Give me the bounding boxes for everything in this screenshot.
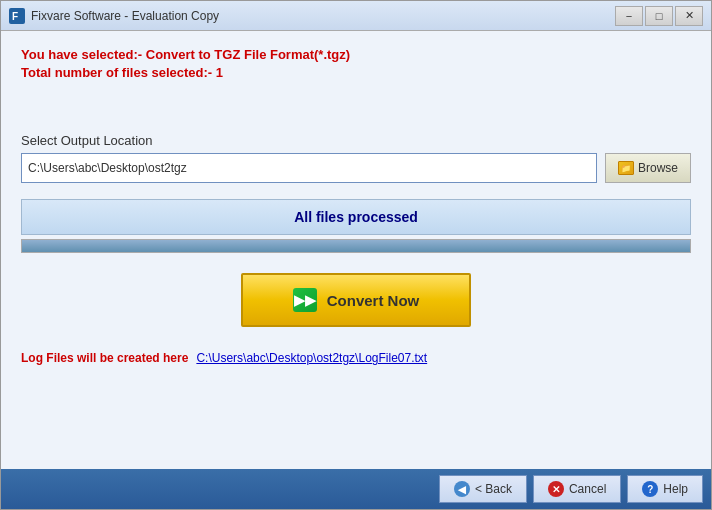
back-button[interactable]: ◀ < Back bbox=[439, 475, 527, 503]
title-bar: F Fixvare Software - Evaluation Copy − □… bbox=[1, 1, 711, 31]
window-title: Fixvare Software - Evaluation Copy bbox=[31, 9, 615, 23]
convert-arrow-icon: ▶▶ bbox=[293, 288, 317, 312]
log-file-link[interactable]: C:\Users\abc\Desktop\ost2tgz\LogFile07.t… bbox=[196, 351, 427, 365]
progress-bar-container bbox=[21, 239, 691, 253]
status-text: All files processed bbox=[294, 209, 418, 225]
help-label: Help bbox=[663, 482, 688, 496]
main-content: You have selected:- Convert to TGZ File … bbox=[1, 31, 711, 469]
window-controls: − □ ✕ bbox=[615, 6, 703, 26]
cancel-icon: ✕ bbox=[548, 481, 564, 497]
convert-button-label: Convert Now bbox=[327, 292, 420, 309]
app-icon: F bbox=[9, 8, 25, 24]
folder-icon: 📁 bbox=[618, 161, 634, 175]
main-window: F Fixvare Software - Evaluation Copy − □… bbox=[0, 0, 712, 510]
back-label: < Back bbox=[475, 482, 512, 496]
output-location-label: Select Output Location bbox=[21, 133, 691, 148]
minimize-button[interactable]: − bbox=[615, 6, 643, 26]
progress-bar-fill bbox=[22, 240, 690, 252]
close-button[interactable]: ✕ bbox=[675, 6, 703, 26]
browse-button[interactable]: 📁 Browse bbox=[605, 153, 691, 183]
browse-label: Browse bbox=[638, 161, 678, 175]
log-files-label: Log Files will be created here bbox=[21, 351, 188, 365]
status-banner: All files processed bbox=[21, 199, 691, 235]
cancel-button[interactable]: ✕ Cancel bbox=[533, 475, 621, 503]
output-path-input[interactable] bbox=[21, 153, 597, 183]
output-location-section: Select Output Location 📁 Browse bbox=[21, 133, 691, 183]
help-button[interactable]: ? Help bbox=[627, 475, 703, 503]
help-icon: ? bbox=[642, 481, 658, 497]
file-count-info: Total number of files selected:- 1 bbox=[21, 65, 691, 80]
footer: ◀ < Back ✕ Cancel ? Help bbox=[1, 469, 711, 509]
output-row: 📁 Browse bbox=[21, 153, 691, 183]
convert-section: ▶▶ Convert Now bbox=[21, 273, 691, 327]
selected-format-info: You have selected:- Convert to TGZ File … bbox=[21, 47, 691, 62]
maximize-button[interactable]: □ bbox=[645, 6, 673, 26]
back-icon: ◀ bbox=[454, 481, 470, 497]
cancel-label: Cancel bbox=[569, 482, 606, 496]
log-section: Log Files will be created here C:\Users\… bbox=[21, 351, 691, 365]
svg-text:F: F bbox=[12, 11, 18, 22]
convert-now-button[interactable]: ▶▶ Convert Now bbox=[241, 273, 471, 327]
info-section: You have selected:- Convert to TGZ File … bbox=[21, 47, 691, 83]
